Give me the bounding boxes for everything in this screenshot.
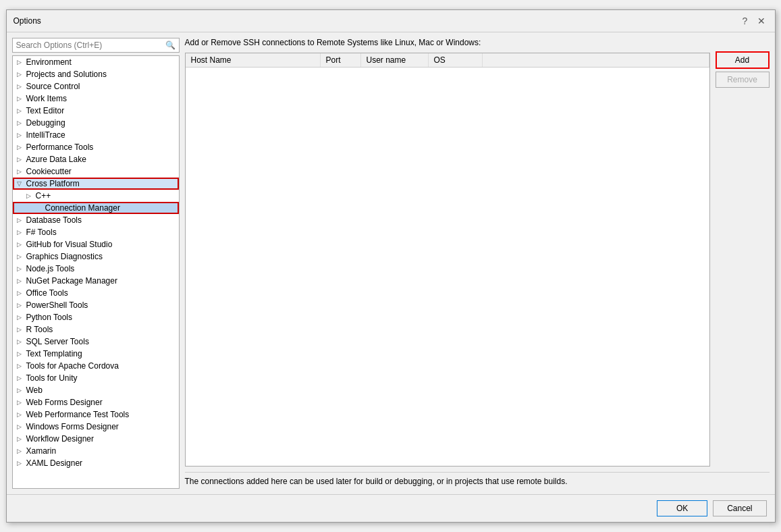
right-panel: Add or Remove SSH connections to Remote … bbox=[185, 38, 770, 489]
tree-label-powershell-tools: PowerShell Tools bbox=[26, 300, 179, 310]
close-button[interactable]: ✕ bbox=[755, 14, 768, 28]
tree-item-fsharp-tools[interactable]: ▷F# Tools bbox=[13, 226, 179, 238]
tree-item-web-performance-test-tools[interactable]: ▷Web Performance Test Tools bbox=[13, 408, 179, 421]
tree-arrow-projects-solutions: ▷ bbox=[17, 71, 26, 78]
tree-item-database-tools[interactable]: ▷Database Tools bbox=[13, 214, 179, 226]
dialog-title: Options bbox=[14, 16, 41, 26]
tree-item-cookiecutter[interactable]: ▷Cookiecutter bbox=[13, 165, 179, 178]
tree-label-graphics-diagnostics: Graphics Diagnostics bbox=[26, 252, 179, 261]
tree-label-intellitrace: IntelliTrace bbox=[26, 130, 179, 140]
search-icon: 🔍 bbox=[162, 38, 179, 52]
tree-arrow-github-visual-studio: ▷ bbox=[17, 241, 26, 248]
tree-item-cpp[interactable]: ▷C++ bbox=[13, 190, 179, 202]
tree-arrow-office-tools: ▷ bbox=[17, 290, 26, 296]
tree-item-nuget-package-manager[interactable]: ▷NuGet Package Manager bbox=[13, 275, 179, 287]
tree-item-tools-unity[interactable]: ▷Tools for Unity bbox=[13, 372, 179, 384]
main-area: Add or Remove SSH connections to Remote … bbox=[185, 38, 710, 467]
tree-arrow-intellitrace: ▷ bbox=[17, 132, 26, 138]
tree-item-graphics-diagnostics[interactable]: ▷Graphics Diagnostics bbox=[13, 250, 179, 263]
tree-arrow-python-tools: ▷ bbox=[17, 314, 26, 321]
tree-arrow-workflow-designer: ▷ bbox=[17, 435, 26, 442]
tree-label-web-forms-designer: Web Forms Designer bbox=[26, 398, 179, 407]
tree-item-tools-apache-cordova[interactable]: ▷Tools for Apache Cordova bbox=[13, 360, 179, 372]
tree-arrow-performance-tools: ▷ bbox=[17, 144, 26, 151]
tree-arrow-tools-apache-cordova: ▷ bbox=[17, 363, 26, 369]
tree-label-fsharp-tools: F# Tools bbox=[26, 228, 179, 237]
tree-label-nuget-package-manager: NuGet Package Manager bbox=[26, 276, 179, 286]
footer-description: The connections added here can be used l… bbox=[185, 472, 770, 489]
col-extra bbox=[483, 53, 709, 67]
description-text: Add or Remove SSH connections to Remote … bbox=[185, 38, 710, 47]
tree-item-office-tools[interactable]: ▷Office Tools bbox=[13, 287, 179, 299]
tree-item-intellitrace[interactable]: ▷IntelliTrace bbox=[13, 129, 179, 141]
tree-item-debugging[interactable]: ▷Debugging bbox=[13, 117, 179, 129]
tree-arrow-debugging: ▷ bbox=[17, 119, 26, 126]
grid-header: Host Name Port User name OS bbox=[186, 53, 709, 68]
title-bar-buttons: ? ✕ bbox=[738, 14, 768, 28]
help-button[interactable]: ? bbox=[738, 14, 752, 28]
col-hostname: Host Name bbox=[186, 53, 321, 67]
col-os: OS bbox=[429, 53, 483, 67]
tree-arrow-work-items: ▷ bbox=[17, 95, 26, 102]
tree-label-workflow-designer: Workflow Designer bbox=[26, 434, 179, 444]
tree-arrow-source-control: ▷ bbox=[17, 83, 26, 90]
search-input[interactable] bbox=[13, 38, 162, 52]
grid-body bbox=[186, 68, 709, 338]
tree-item-text-editor[interactable]: ▷Text Editor bbox=[13, 105, 179, 117]
tree-arrow-tools-unity: ▷ bbox=[17, 375, 26, 381]
ok-button[interactable]: OK bbox=[657, 500, 707, 516]
tree-item-performance-tools[interactable]: ▷Performance Tools bbox=[13, 141, 179, 153]
tree-label-sql-server-tools: SQL Server Tools bbox=[26, 337, 179, 346]
tree-label-windows-forms-designer: Windows Forms Designer bbox=[26, 422, 179, 431]
tree-label-github-visual-studio: GitHub for Visual Studio bbox=[26, 240, 179, 249]
left-panel: 🔍 ▷Environment▷Projects and Solutions▷So… bbox=[12, 38, 180, 489]
tree-item-connection-manager[interactable]: Connection Manager bbox=[13, 202, 179, 214]
tree-label-projects-solutions: Projects and Solutions bbox=[26, 70, 179, 79]
tree-arrow-xaml-designer: ▷ bbox=[17, 460, 26, 467]
tree-item-xaml-designer[interactable]: ▷XAML Designer bbox=[13, 457, 179, 469]
action-buttons: Add Remove bbox=[716, 38, 770, 467]
tree-item-azure-data-lake[interactable]: ▷Azure Data Lake bbox=[13, 153, 179, 165]
tree-arrow-azure-data-lake: ▷ bbox=[17, 156, 26, 163]
remove-button[interactable]: Remove bbox=[716, 72, 770, 88]
tree-label-xamarin: Xamarin bbox=[26, 446, 179, 456]
tree-item-xamarin[interactable]: ▷Xamarin bbox=[13, 445, 179, 457]
tree-arrow-nuget-package-manager: ▷ bbox=[17, 277, 26, 284]
tree-item-cross-platform[interactable]: ▽Cross Platform bbox=[13, 178, 179, 190]
tree-arrow-powershell-tools: ▷ bbox=[17, 302, 26, 309]
tree-item-projects-solutions[interactable]: ▷Projects and Solutions bbox=[13, 68, 179, 80]
tree-arrow-windows-forms-designer: ▷ bbox=[17, 423, 26, 430]
add-button[interactable]: Add bbox=[716, 51, 770, 69]
tree-arrow-sql-server-tools: ▷ bbox=[17, 338, 26, 345]
tree-label-performance-tools: Performance Tools bbox=[26, 142, 179, 152]
tree-item-work-items[interactable]: ▷Work Items bbox=[13, 92, 179, 105]
tree-item-nodejs-tools[interactable]: ▷Node.js Tools bbox=[13, 263, 179, 275]
tree-item-github-visual-studio[interactable]: ▷GitHub for Visual Studio bbox=[13, 238, 179, 250]
tree-item-web[interactable]: ▷Web bbox=[13, 384, 179, 396]
tree-arrow-text-editor: ▷ bbox=[17, 107, 26, 114]
tree-item-python-tools[interactable]: ▷Python Tools bbox=[13, 311, 179, 323]
tree-label-cross-platform: Cross Platform bbox=[26, 179, 179, 188]
tree-label-office-tools: Office Tools bbox=[26, 288, 179, 298]
tree-label-web: Web bbox=[26, 385, 179, 395]
tree-arrow-nodejs-tools: ▷ bbox=[17, 265, 26, 272]
tree-label-database-tools: Database Tools bbox=[26, 215, 179, 225]
cancel-button[interactable]: Cancel bbox=[713, 500, 766, 516]
tree-item-environment[interactable]: ▷Environment bbox=[13, 56, 179, 68]
tree-item-windows-forms-designer[interactable]: ▷Windows Forms Designer bbox=[13, 421, 179, 433]
tree-item-sql-server-tools[interactable]: ▷SQL Server Tools bbox=[13, 336, 179, 348]
tree-item-r-tools[interactable]: ▷R Tools bbox=[13, 323, 179, 336]
tree-label-azure-data-lake: Azure Data Lake bbox=[26, 155, 179, 164]
tree-item-powershell-tools[interactable]: ▷PowerShell Tools bbox=[13, 299, 179, 311]
tree-item-source-control[interactable]: ▷Source Control bbox=[13, 80, 179, 92]
tree-item-workflow-designer[interactable]: ▷Workflow Designer bbox=[13, 433, 179, 445]
tree-arrow-r-tools: ▷ bbox=[17, 326, 26, 333]
search-box: 🔍 bbox=[12, 38, 180, 53]
tree-arrow-web-forms-designer: ▷ bbox=[17, 399, 26, 406]
right-top: Add or Remove SSH connections to Remote … bbox=[185, 38, 770, 467]
tree-label-work-items: Work Items bbox=[26, 94, 179, 103]
dialog-content: 🔍 ▷Environment▷Projects and Solutions▷So… bbox=[7, 32, 775, 494]
tree-item-web-forms-designer[interactable]: ▷Web Forms Designer bbox=[13, 396, 179, 408]
tree-item-text-templating[interactable]: ▷Text Templating bbox=[13, 348, 179, 360]
tree-label-xaml-designer: XAML Designer bbox=[26, 458, 179, 468]
